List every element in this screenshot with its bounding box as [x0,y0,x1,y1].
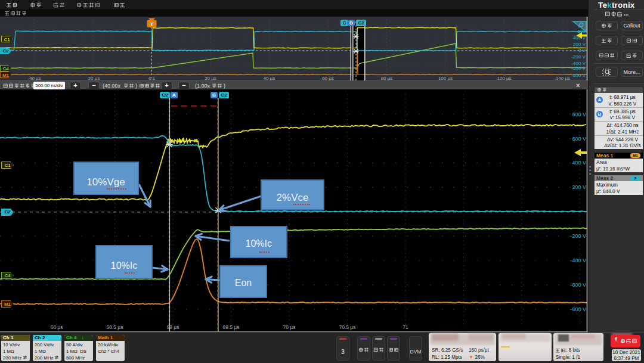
svg-text:100 µs: 100 µs [438,76,453,81]
svg-text:71: 71 [402,324,408,330]
svg-text:-400 V: -400 V [571,61,586,66]
svg-text:-40 µs: -40 µs [27,76,41,81]
svg-text:140 µs: 140 µs [556,76,570,81]
svg-text:68.5 µs: 68.5 µs [106,324,123,330]
svg-text:60 µs: 60 µs [322,76,334,81]
svg-text:800 V: 800 V [572,111,586,117]
svg-text:200 V: 200 V [573,42,586,47]
svg-text:-400 V: -400 V [570,257,586,263]
svg-text:-200 V: -200 V [570,233,586,239]
svg-text:80 µs: 80 µs [381,76,393,81]
svg-text:600 V: 600 V [572,136,586,142]
svg-text:-600 V: -600 V [570,282,586,288]
svg-text:120 µs: 120 µs [497,76,511,81]
svg-text:70 µs: 70 µs [283,324,296,330]
svg-text:0 s: 0 s [148,76,155,81]
svg-text:-20 µs: -20 µs [86,76,100,81]
svg-text:69.5 µs: 69.5 µs [222,324,239,330]
svg-text:-800 V: -800 V [570,306,586,312]
svg-text:68 µs: 68 µs [51,324,63,330]
svg-text:-800 V: -800 V [571,73,586,78]
svg-text:T: T [150,21,154,27]
svg-text:40 µs: 40 µs [264,76,275,81]
svg-text:69 µs: 69 µs [167,324,179,330]
svg-text:-200 V: -200 V [571,54,586,60]
svg-text:0 V: 0 V [578,48,586,53]
svg-text:20 µs: 20 µs [205,76,216,81]
svg-text:400 V: 400 V [572,160,586,166]
svg-text:200 V: 200 V [572,184,586,190]
svg-text:70.5 µs: 70.5 µs [339,324,355,330]
svg-text:-600 V: -600 V [571,66,586,71]
